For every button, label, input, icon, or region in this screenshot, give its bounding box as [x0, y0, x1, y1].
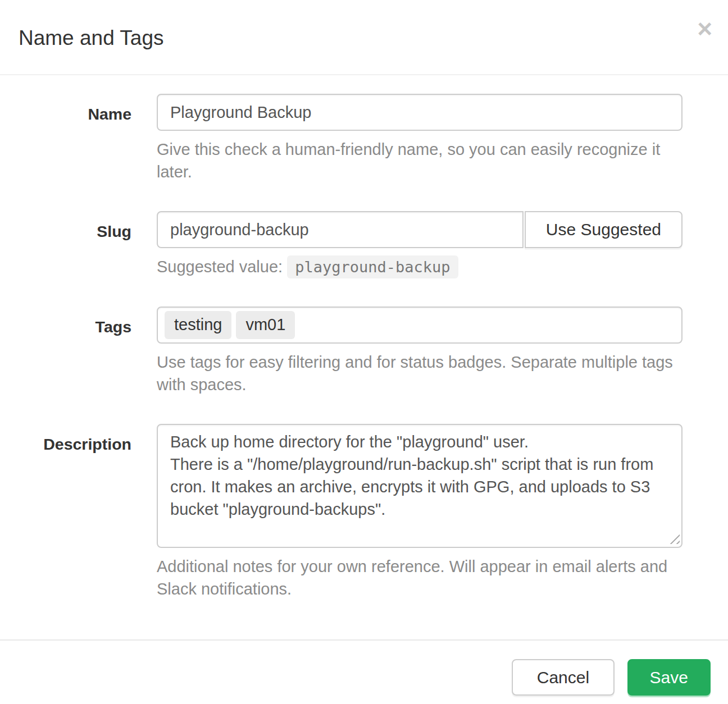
name-field-group: Name Give this check a human-friendly na…: [18, 94, 683, 183]
name-input[interactable]: [157, 94, 683, 131]
dialog-header: Name and Tags ×: [0, 0, 728, 75]
tags-input[interactable]: testing vm01: [157, 307, 683, 344]
suggested-value-code: playground-backup: [287, 255, 458, 278]
description-help-text: Additional notes for your own reference.…: [157, 555, 683, 600]
suggested-value-prefix: Suggested value:: [157, 258, 283, 276]
description-textarea[interactable]: Back up home directory for the "playgrou…: [157, 424, 683, 548]
page-title: Name and Tags: [19, 26, 710, 51]
slug-label: Slug: [18, 211, 131, 278]
cancel-button[interactable]: Cancel: [512, 659, 615, 696]
tags-label: Tags: [18, 307, 131, 396]
close-icon[interactable]: ×: [697, 16, 712, 42]
name-label: Name: [18, 94, 131, 183]
description-label: Description: [18, 424, 131, 600]
description-field-group: Description Back up home directory for t…: [18, 424, 683, 600]
slug-input[interactable]: [157, 211, 524, 248]
tag-chip[interactable]: vm01: [236, 311, 295, 339]
name-help-text: Give this check a human-friendly name, s…: [157, 138, 683, 183]
name-and-tags-dialog: Name and Tags × Name Give this check a h…: [0, 0, 728, 704]
slug-help-text: Suggested value: playground-backup: [157, 255, 683, 278]
use-suggested-button[interactable]: Use Suggested: [525, 211, 683, 248]
dialog-body: Name Give this check a human-friendly na…: [0, 75, 728, 639]
tag-chip[interactable]: testing: [165, 311, 231, 339]
tags-help-text: Use tags for easy filtering and for stat…: [157, 351, 683, 396]
dialog-footer: Cancel Save: [0, 639, 728, 704]
slug-field-group: Slug Use Suggested Suggested value: play…: [18, 211, 683, 278]
slug-input-group: Use Suggested: [157, 211, 683, 248]
save-button[interactable]: Save: [627, 659, 711, 696]
tags-field-group: Tags testing vm01 Use tags for easy filt…: [18, 307, 683, 396]
